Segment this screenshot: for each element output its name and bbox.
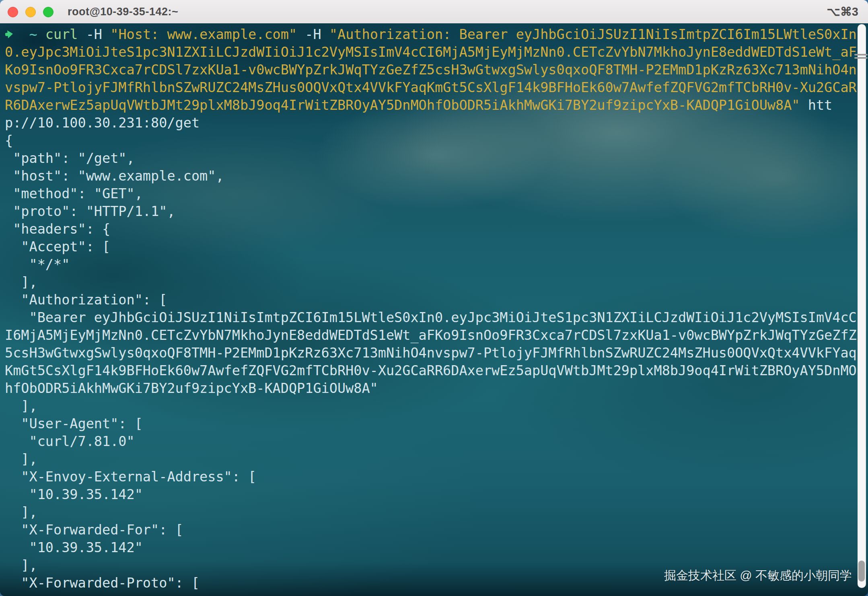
watermark-text: 掘金技术社区 @ 不敏感的小朝同学	[664, 567, 852, 584]
zoom-button[interactable]	[43, 7, 53, 17]
scrollbar-track[interactable]	[858, 24, 866, 588]
prompt-arrow-icon	[4, 27, 14, 41]
scrollbar-thumb[interactable]	[858, 561, 865, 582]
command-host-header-arg: "Host: www.example.com"	[110, 27, 297, 42]
window-title: root@10-39-35-142:~	[68, 0, 178, 23]
command-flag-1: -H	[78, 27, 111, 42]
command-program: curl	[45, 27, 78, 42]
titlebar[interactable]: root@10-39-35-142:~ ⌥⌘3	[0, 0, 868, 24]
scrollbar-mark-top	[854, 54, 868, 55]
window-shortcut-badge: ⌥⌘3	[827, 0, 858, 23]
close-button[interactable]	[8, 7, 18, 17]
command-flag-2: -H	[297, 27, 329, 42]
terminal-output[interactable]: ~ curl -H "Host: www.example.com" -H "Au…	[5, 26, 861, 592]
terminal-screen[interactable]: ~ curl -H "Host: www.example.com" -H "Au…	[0, 23, 868, 596]
prompt-cwd: ~	[29, 27, 37, 42]
scrollbar-mark-bottom	[854, 57, 868, 59]
response-json: { "path": "/get", "host": "www.example.c…	[5, 133, 857, 591]
minimize-button[interactable]	[25, 7, 36, 17]
prompt-space	[37, 27, 45, 42]
prompt-spacer	[13, 27, 29, 42]
terminal-window: root@10-39-35-142:~ ⌥⌘3 ~ curl -H "Host:…	[0, 0, 868, 596]
